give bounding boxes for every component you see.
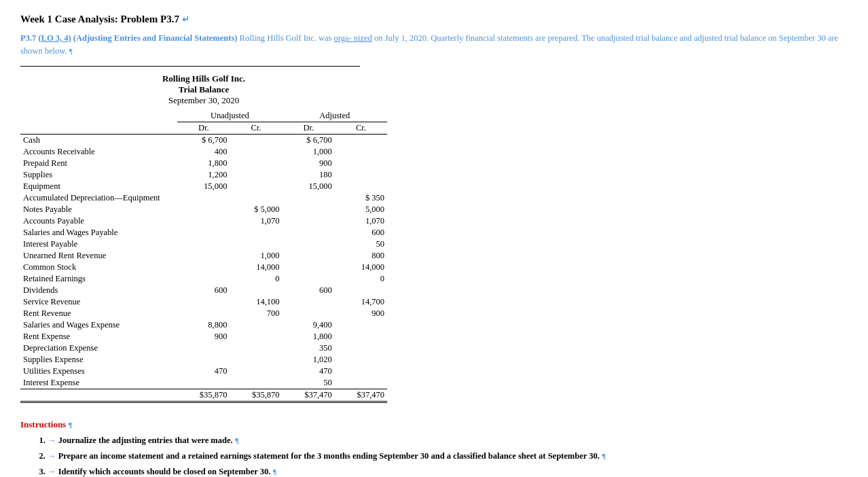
trial-balance-container: Rolling Hills Golf Inc. Trial Balance Se… [20,73,387,403]
total-row: $35,870 $35,870 $37,470 $37,470 [20,389,387,402]
adj-dr-value: 9,400 [283,319,335,331]
table-row: Depreciation Expense350 [20,342,387,354]
instruction-item: → Identify which accounts should be clos… [48,467,848,477]
doc-title: Trial Balance [20,84,387,95]
unadj-dr-value: $ 6,700 [177,134,230,146]
account-name: Rent Expense [20,331,177,342]
unadj-dr-header: Dr. [177,122,230,134]
unadj-cr-value: 1,070 [230,215,282,227]
instructions-title: Instructions ¶ [20,419,848,430]
paragraph-mark: ¶ [272,467,276,476]
unadj-cr-value [230,354,282,366]
unadj-dr-value: 470 [177,366,230,377]
unadj-dr-value [177,377,230,389]
adj-dr-value: 1,000 [283,146,335,158]
unadj-dr-value [177,227,230,238]
problem-desc: (Adjusting Entries and Financial Stateme… [73,33,238,43]
adj-dr-value: 350 [283,342,335,354]
paragraph-mark-2: ¶ [68,421,72,429]
unadj-dr-value: 15,000 [177,181,230,192]
unadj-dr-value [177,273,230,285]
unadj-cr-value [230,238,282,250]
unadj-cr-value [230,377,282,389]
adj-cr-value [335,366,387,377]
unadj-cr-value [230,227,282,238]
adj-dr-value: 1,020 [283,354,335,366]
table-row: Equipment15,00015,000 [20,181,387,192]
unadj-dr-value [177,204,230,215]
adj-cr-header: Cr. [335,122,387,134]
adj-dr-value [283,238,335,250]
table-row: Supplies Expense1,020 [20,354,387,366]
adj-cr-value [335,285,387,296]
adj-cr-value: 1,070 [335,215,387,227]
edit-icon[interactable]: ↵ [182,14,189,25]
adj-cr-value [335,377,387,389]
account-name: Supplies Expense [20,354,177,366]
adj-dr-value: 50 [283,377,335,389]
adj-cr-value [335,342,387,354]
unadj-cr-value [230,319,282,331]
arrow-icon: → [48,436,56,445]
account-name: Utilities Expenses [20,366,177,377]
table-row: Utilities Expenses470470 [20,366,387,377]
unadj-dr-value [177,308,230,319]
account-name: Interest Expense [20,377,177,389]
table-row: Notes Payable$ 5,0005,000 [20,204,387,215]
account-name: Supplies [20,169,177,181]
account-name: Accounts Receivable [20,146,177,158]
paragraph-mark: ¶ [235,436,239,444]
table-row: Salaries and Wages Expense8,8009,400 [20,319,387,331]
section-divider [20,66,360,67]
unadj-cr-value: $ 5,000 [230,204,282,215]
problem-ref: P3.7 (LO 3, 4) (Adjusting Entries and Fi… [20,32,848,58]
account-name: Common Stock [20,262,177,273]
table-row: Unearned Rent Revenue1,000800 [20,250,387,262]
table-row: Accounts Receivable4001,000 [20,146,387,158]
adj-dr-value: 180 [283,169,335,181]
adj-dr-value: 470 [283,366,335,377]
adj-cr-value [335,169,387,181]
total-adj-cr: $37,470 [335,389,387,402]
adj-cr-value: 50 [335,238,387,250]
unadj-cr-value [230,342,282,354]
table-row: Rent Expense9001,800 [20,331,387,342]
account-name: Notes Payable [20,204,177,215]
unadj-dr-value [177,262,230,273]
paragraph-mark-1: ¶ [69,47,73,55]
account-name: Service Revenue [20,296,177,308]
total-unadj-cr: $35,870 [230,389,282,402]
unadj-cr-value [230,169,282,181]
account-name: Interest Payable [20,238,177,250]
adj-cr-value: 800 [335,250,387,262]
unadj-dr-value: 1,200 [177,169,230,181]
doc-date: September 30, 2020 [20,95,387,106]
instructions-list: → Journalize the adjusting entries that … [20,436,848,478]
total-adj-dr: $37,470 [283,389,335,402]
unadjusted-header: Unadjusted [177,110,282,122]
table-row: Accounts Payable1,0701,070 [20,215,387,227]
unadj-cr-value: 700 [230,308,282,319]
adj-cr-value [335,354,387,366]
problem-lo: (LO 3, 4) [38,33,71,43]
unadj-dr-value [177,250,230,262]
table-row: Interest Expense50 [20,377,387,389]
page-title: Week 1 Case Analysis: Problem P3.7 ↵ [20,14,848,25]
unadj-cr-value [230,181,282,192]
unadj-dr-value [177,238,230,250]
account-name: Rent Revenue [20,308,177,319]
unadj-dr-value: 1,800 [177,158,230,169]
arrow-icon: → [48,467,56,476]
adj-dr-value [283,215,335,227]
paragraph-mark: ¶ [602,452,606,460]
unadj-cr-value [230,285,282,296]
unadj-cr-value: 14,100 [230,296,282,308]
account-name: Prepaid Rent [20,158,177,169]
unadj-dr-value [177,192,230,204]
table-row: Cash$ 6,700$ 6,700 [20,134,387,146]
problem-code: P3.7 [20,33,36,43]
unadj-dr-value [177,354,230,366]
adj-dr-value [283,192,335,204]
adj-cr-value [335,134,387,146]
company-name: Rolling Hills Golf Inc. [20,73,387,84]
